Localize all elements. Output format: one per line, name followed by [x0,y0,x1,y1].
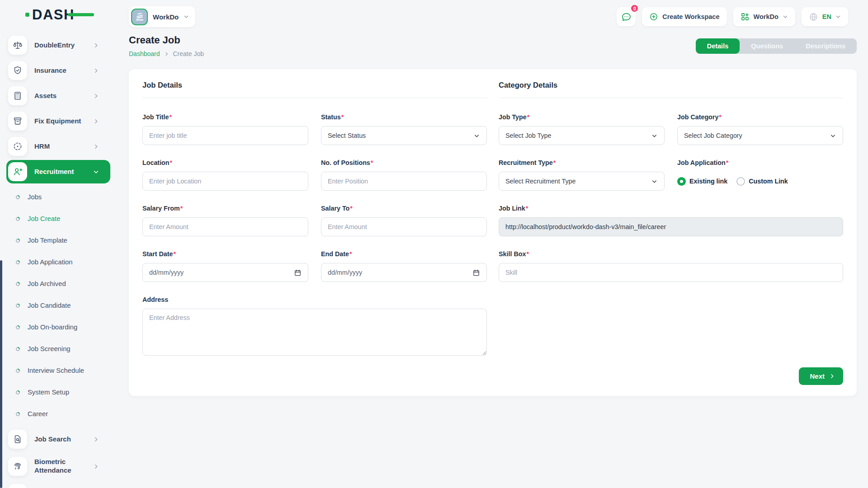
start-date-input[interactable]: dd/mm/yyyy [142,263,308,282]
location-input[interactable] [142,172,308,191]
required-asterisk: * [553,159,556,166]
status-select[interactable]: Select Status [321,126,487,145]
radio-selected-icon [677,177,686,186]
field-label: Start Date [142,250,173,258]
category-details-section: Category Details Job Type* Select Job Ty… [499,81,843,356]
job-category-select[interactable]: Select Job Category [677,126,843,145]
sidebar-item-doubleentry[interactable]: DoubleEntry [0,33,117,58]
app-root: DASH DoubleEntry Insurance [0,0,868,488]
breadcrumb-dashboard-link[interactable]: Dashboard [129,50,160,57]
sidebar-item-recruitment[interactable]: Recruitment [6,160,110,183]
sidebar-item-assets[interactable]: Assets [0,83,117,108]
sidebar-item-fix-equipment[interactable]: Fix Equipment [0,108,117,134]
sidebar-subitem-system-setup[interactable]: System Setup [0,381,117,403]
bullet-icon [16,282,20,286]
sidebar-subitem-jobs[interactable]: Jobs [0,186,117,208]
required-asterisk: * [170,159,173,166]
sidebar-scrollbar[interactable] [0,260,2,488]
job-title-input[interactable] [142,126,308,145]
workspace-name: WorkDo [153,13,179,21]
next-button[interactable]: Next [799,367,843,385]
recruitment-type-select[interactable]: Select Recruitment Type [499,172,665,191]
field-label: Job Type [499,113,527,121]
main-area: WorkDo 0 Create Workspace [117,0,868,488]
sidebar-subitem-career[interactable]: Career [0,403,117,425]
sidebar-item-label: HRM [34,142,93,151]
end-date-input[interactable]: dd/mm/yyyy [321,263,487,282]
sidebar-subitem-job-create[interactable]: Job Create [0,208,117,230]
chevron-down-icon [835,14,841,19]
positions-input[interactable] [321,172,487,191]
notification-badge: 0 [630,4,639,13]
logo-bar [68,13,94,16]
sidebar-subitem-job-on-boarding[interactable]: Job On-boarding [0,316,117,338]
field-label: Job Category [677,113,718,121]
sidebar-subitem-job-screening[interactable]: Job Screening [0,338,117,360]
radio-label: Custom Link [749,178,788,185]
skill-input[interactable] [499,263,843,282]
salary-to-input[interactable] [321,217,487,236]
chevron-right-icon [93,118,99,124]
job-type-select[interactable]: Select Job Type [499,126,665,145]
existing-link-radio[interactable]: Existing link [677,177,727,186]
logo-dot [25,13,29,17]
language-selector[interactable]: EN [802,7,848,26]
required-asterisk: * [170,113,172,121]
sidebar-item-job-search[interactable]: Job Search [0,427,117,452]
grid-plus-icon [741,12,750,21]
required-asterisk: * [726,159,729,166]
sidebar-subitem-job-archived[interactable]: Job Archived [0,273,117,295]
breadcrumb: Dashboard Create Job [129,50,204,57]
required-asterisk: * [349,250,352,258]
bullet-icon [16,217,20,221]
custom-link-radio[interactable]: Custom Link [736,177,788,186]
tab-descriptions[interactable]: Descriptions [794,38,857,54]
calendar-icon[interactable] [294,269,302,277]
tab-questions[interactable]: Questions [740,38,794,54]
field-label: End Date [321,250,349,258]
chevron-right-icon [93,464,99,469]
field-label: Job Link [499,205,525,212]
job-link-input [499,217,843,236]
calculator-icon [8,86,27,105]
chevron-down-icon [830,132,836,139]
sidebar-item-label: Fix Equipment [34,117,93,126]
salary-from-input[interactable] [142,217,308,236]
sidebar-subitem-job-template[interactable]: Job Template [0,230,117,251]
sidebar-item-procurement[interactable]: Procurement [0,481,117,488]
field-label: Salary From [142,205,180,212]
sidebar-item-biometric-attendance[interactable]: Biometric Attendance [0,452,117,481]
calendar-icon[interactable] [472,269,480,277]
brand-logo[interactable]: DASH [0,0,117,29]
required-asterisk: * [526,250,529,258]
chevron-right-icon [829,373,835,379]
salary-from-field: Salary From* [142,205,308,236]
select-value: Select Job Type [505,132,551,139]
create-workspace-button[interactable]: Create Workspace [642,7,726,26]
language-label: EN [822,13,831,20]
sidebar-item-label: Recruitment [34,168,93,176]
fingerprint-icon [8,457,27,476]
job-category-field: Job Category* Select Job Category [677,113,843,145]
messages-button[interactable]: 0 [617,7,636,26]
workdo-menu-button[interactable]: WorkDo [733,7,795,26]
workspace-selector[interactable]: WorkDo [129,6,195,27]
sidebar-item-hrm[interactable]: HRM [0,134,117,159]
sidebar-subitem-job-candidate[interactable]: Job Candidate [0,295,117,316]
archive-box-icon [8,112,27,131]
chevron-right-icon [93,436,99,442]
bullet-icon [16,369,20,373]
required-asterisk: * [180,205,183,212]
sidebar-item-label: DoubleEntry [34,41,93,50]
bullet-icon [16,390,20,394]
building-icon [131,9,148,25]
sidebar-item-insurance[interactable]: Insurance [0,58,117,83]
chevron-down-icon [184,14,189,19]
required-asterisk: * [350,205,353,212]
tab-details[interactable]: Details [696,38,740,54]
address-textarea[interactable] [142,309,487,356]
sidebar-subitem-job-application[interactable]: Job Application [0,251,117,273]
sidebar-item-label: Insurance [34,66,93,75]
sidebar-subitem-interview-schedule[interactable]: Interview Schedule [0,360,117,381]
field-label: Address [142,296,168,303]
